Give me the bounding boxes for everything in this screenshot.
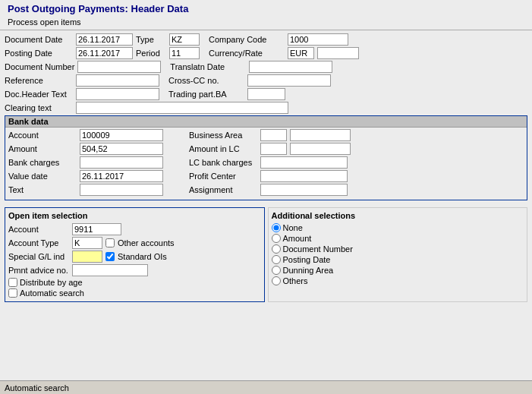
- amount-lc-label: Amount in LC: [189, 144, 257, 153]
- period-label: Period: [136, 49, 166, 58]
- oi-acct-type-input[interactable]: [72, 237, 102, 249]
- auto-search-checkbox[interactable]: [8, 288, 17, 298]
- posting-date-input[interactable]: [76, 47, 133, 59]
- special-gl-label: Special G/L ind: [8, 252, 69, 261]
- cross-cc-input[interactable]: [247, 74, 331, 87]
- currency-input[interactable]: [288, 47, 314, 59]
- clearing-label: Clearing text: [5, 103, 73, 112]
- trading-input[interactable]: [247, 88, 285, 100]
- type-input[interactable]: [169, 33, 200, 46]
- oi-account-label: Account: [8, 225, 69, 234]
- others-radio[interactable]: [272, 276, 281, 285]
- clearing-input[interactable]: [76, 102, 288, 114]
- assignment-input[interactable]: [260, 184, 348, 196]
- distribute-label: Distribute by age: [20, 278, 83, 287]
- doc-header-label: Doc.Header Text: [5, 90, 73, 99]
- bank-data-header: Bank data: [5, 116, 527, 128]
- amount-label: Amount: [283, 234, 312, 243]
- dunning-area-label: Dunning Area: [283, 266, 334, 275]
- doc-date-label: Document Date: [5, 35, 73, 44]
- distribute-checkbox[interactable]: [8, 278, 17, 287]
- additional-title: Additional selections: [272, 210, 524, 221]
- currency-rate-input[interactable]: [317, 47, 359, 59]
- posting-date-radio-label: Posting Date: [283, 255, 331, 264]
- standard-ois-label: Standard OIs: [118, 252, 167, 261]
- posting-date-label: Posting Date: [5, 49, 73, 58]
- pmnt-advice-input[interactable]: [72, 264, 148, 276]
- page-title: Post Outgoing Payments: Header Data: [0, 0, 532, 16]
- doc-number-label: Document Number: [5, 62, 74, 71]
- value-date-input[interactable]: [80, 170, 163, 182]
- dunning-area-radio[interactable]: [272, 266, 281, 275]
- period-input[interactable]: [169, 47, 200, 59]
- value-date-label: Value date: [8, 172, 77, 181]
- amount-lc-1-input[interactable]: [260, 143, 287, 155]
- other-accounts-checkbox[interactable]: [105, 238, 115, 247]
- special-gl-input[interactable]: [72, 251, 102, 263]
- currency-label: Currency/Rate: [209, 49, 285, 58]
- amount-radio[interactable]: [272, 234, 281, 243]
- amount-label: Amount: [8, 144, 77, 153]
- doc-number-radio-label: Document Number: [283, 244, 353, 254]
- lc-bank-label: LC bank charges: [189, 158, 257, 167]
- auto-search-label: Automatic search: [20, 288, 84, 298]
- reference-label: Reference: [5, 76, 73, 85]
- business-area-label: Business Area: [189, 131, 257, 140]
- company-code-input[interactable]: [288, 33, 348, 46]
- pmnt-advice-label: Pmnt advice no.: [8, 266, 69, 275]
- bank-account-label: Account: [8, 131, 77, 140]
- assignment-label: Assignment: [189, 185, 257, 194]
- trading-label: Trading part.BA: [168, 90, 244, 99]
- none-radio[interactable]: [272, 223, 281, 232]
- process-label: Process open items: [0, 16, 532, 30]
- doc-date-input[interactable]: [76, 33, 133, 46]
- posting-date-radio[interactable]: [272, 255, 281, 264]
- profit-center-label: Profit Center: [189, 172, 257, 181]
- doc-number-radio[interactable]: [272, 244, 281, 254]
- cross-cc-label: Cross-CC no.: [168, 76, 244, 85]
- oi-account-input[interactable]: [72, 223, 121, 235]
- open-item-title: Open item selection: [8, 210, 261, 221]
- company-code-label: Company Code: [209, 35, 285, 44]
- bank-charges-input[interactable]: [80, 156, 163, 169]
- bank-account-input[interactable]: [80, 129, 163, 141]
- status-auto-search: Automatic search: [5, 383, 69, 392]
- doc-number-input[interactable]: [77, 61, 161, 73]
- none-label: None: [283, 223, 303, 232]
- reference-input[interactable]: [76, 74, 159, 87]
- doc-header-input[interactable]: [76, 88, 159, 100]
- others-label: Others: [283, 276, 308, 285]
- oi-acct-type-label: Account Type: [8, 238, 69, 247]
- profit-center-input[interactable]: [260, 170, 348, 182]
- bank-charges-label: Bank charges: [8, 158, 77, 167]
- text-label: Text: [8, 185, 77, 194]
- type-label: Type: [136, 35, 166, 44]
- other-accounts-label: Other accounts: [118, 238, 175, 247]
- standard-ois-checkbox[interactable]: [105, 252, 115, 261]
- amount-input[interactable]: [80, 143, 163, 155]
- text-input[interactable]: [80, 184, 163, 196]
- translatn-label: Translatn Date: [170, 62, 246, 71]
- business-area-2-input[interactable]: [290, 129, 351, 141]
- lc-bank-input[interactable]: [260, 156, 348, 169]
- business-area-input[interactable]: [260, 129, 287, 141]
- translatn-input[interactable]: [249, 61, 332, 73]
- amount-lc-2-input[interactable]: [290, 143, 351, 155]
